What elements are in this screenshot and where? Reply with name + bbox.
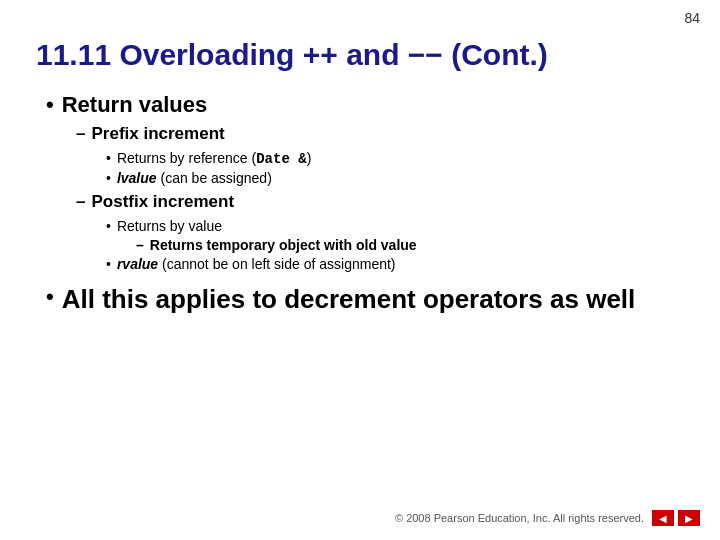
page-number: 84: [684, 10, 700, 26]
prefix-sub1-content: Returns by reference (Date &): [117, 150, 311, 167]
prefix-sub1-code: Date &: [256, 151, 306, 167]
nav-buttons[interactable]: ◀ ▶: [652, 510, 700, 526]
prefix-sub2: • lvalue (can be assigned): [106, 170, 684, 186]
postfix-sub1-sub: – Returns temporary object with old valu…: [136, 237, 684, 253]
footer-text: © 2008 Pearson Education, Inc. All right…: [395, 512, 644, 524]
dot-postfix-sub2: •: [106, 256, 111, 272]
dot-prefix-sub1: •: [106, 150, 111, 166]
slide-title: 11.11 Overloading ++ and −− (Cont.): [36, 38, 684, 72]
postfix-sub1-text: Returns by value: [117, 218, 222, 234]
lvalue-italic: lvalue: [117, 170, 157, 186]
bullet-return-values: • Return values: [46, 92, 684, 118]
postfix-increment-header: – Postfix increment: [76, 192, 684, 212]
dash-prefix: –: [76, 124, 85, 144]
bullet-dot-1: •: [46, 92, 54, 118]
prefix-sub1: • Returns by reference (Date &): [106, 150, 684, 167]
slide-content: • Return values – Prefix increment • Ret…: [36, 92, 684, 315]
big-bullet: • All this applies to decrement operator…: [46, 284, 684, 315]
dash-postfix: –: [76, 192, 85, 212]
prefix-sub2-text: (can be assigned): [157, 170, 272, 186]
postfix-sub2-text: (cannot be on left side of assignment): [158, 256, 395, 272]
prefix-text: Prefix increment: [91, 124, 224, 144]
dot-prefix-sub2: •: [106, 170, 111, 186]
rvalue-italic: rvalue: [117, 256, 158, 272]
return-values-text: Return values: [62, 92, 208, 118]
postfix-text: Postfix increment: [91, 192, 234, 212]
nav-next-button[interactable]: ▶: [678, 510, 700, 526]
prefix-increment-header: – Prefix increment: [76, 124, 684, 144]
prefix-sub1-text-a: Returns by reference (: [117, 150, 256, 166]
postfix-sub1: • Returns by value: [106, 218, 684, 234]
prefix-sub2-content: lvalue (can be assigned): [117, 170, 272, 186]
dash-postfix-sub1: –: [136, 237, 144, 253]
prefix-sub1-text-b: ): [307, 150, 312, 166]
postfix-sub1-sub-text: Returns temporary object with old value: [150, 237, 417, 253]
footer: © 2008 Pearson Education, Inc. All right…: [395, 510, 700, 526]
postfix-sub2-content: rvalue (cannot be on left side of assign…: [117, 256, 396, 272]
dot-postfix-sub1: •: [106, 218, 111, 234]
big-bullet-text: All this applies to decrement operators …: [62, 284, 636, 315]
big-bullet-dot: •: [46, 284, 54, 310]
postfix-sub2: • rvalue (cannot be on left side of assi…: [106, 256, 684, 272]
nav-prev-button[interactable]: ◀: [652, 510, 674, 526]
slide: 84 11.11 Overloading ++ and −− (Cont.) •…: [0, 0, 720, 540]
